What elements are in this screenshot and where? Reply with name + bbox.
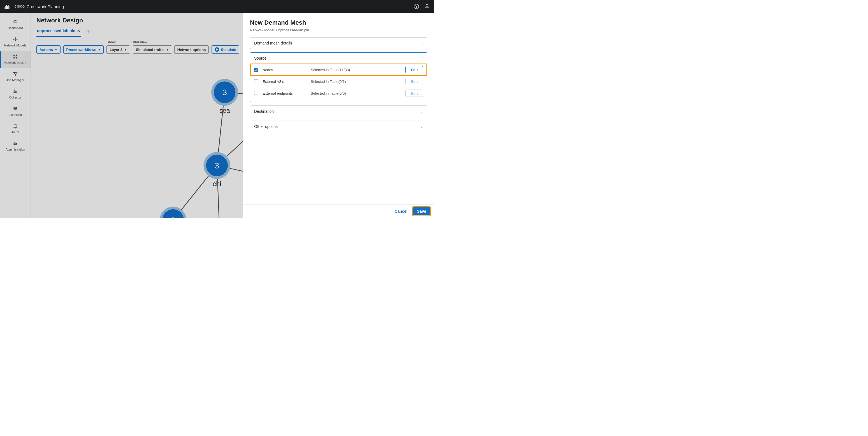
network-design-icon — [12, 54, 18, 59]
source-status: Selected in Table(0/1) — [311, 79, 402, 84]
svg-point-14 — [16, 72, 17, 73]
show-label: Show — [106, 40, 130, 44]
accordion-source[interactable]: Source ⌃ NodesSelected in Table(11/33)Ed… — [250, 52, 427, 102]
source-row-external-as-s: External AS'sSelected in Table(0/1)Edit — [250, 75, 427, 87]
source-edit-button[interactable]: Edit — [405, 66, 423, 73]
play-icon — [215, 47, 219, 52]
sidebar-item-licensing[interactable]: Licensing — [0, 103, 31, 120]
svg-point-10 — [13, 57, 14, 58]
tab-file[interactable]: unprocessed-lab.pln ✕ — [36, 26, 81, 37]
svg-text:3: 3 — [215, 161, 219, 170]
left-sidebar: Dashboard Network Models Network Design … — [0, 13, 31, 218]
layer-dropdown[interactable]: Layer 3▼ — [106, 45, 130, 54]
svg-point-17 — [16, 91, 16, 92]
source-label: External endpoints — [262, 91, 307, 95]
source-label: External AS's — [262, 79, 307, 84]
sidebar-item-collector[interactable]: Collector — [0, 86, 31, 103]
tab-add-button[interactable]: + — [84, 28, 92, 35]
source-checkbox[interactable] — [254, 91, 258, 95]
accordion-label: Other options — [254, 124, 278, 129]
button-label: Simulated traffic — [136, 47, 164, 52]
chevron-down-icon: ▼ — [166, 48, 169, 51]
svg-point-9 — [16, 55, 17, 56]
sidebar-item-administration[interactable]: Administration — [0, 138, 31, 155]
svg-point-5 — [17, 39, 18, 40]
preset-workflows-dropdown[interactable]: Preset workflows▼ — [63, 45, 104, 54]
network-options-button[interactable]: Network options — [174, 45, 209, 54]
svg-point-2 — [426, 4, 428, 6]
tab-label: unprocessed-lab.pln — [37, 29, 75, 33]
chevron-down-icon: ⌄ — [420, 41, 423, 45]
sidebar-label: Dashboard — [8, 26, 23, 30]
button-label: Actions — [39, 47, 53, 52]
accordion-label: Demand mesh details — [254, 41, 292, 45]
svg-point-3 — [15, 39, 16, 39]
source-edit-button: Edit — [405, 78, 423, 85]
panel-title: New Demand Mesh — [250, 19, 427, 26]
svg-point-13 — [13, 72, 14, 73]
chevron-up-icon: ⌃ — [420, 56, 423, 60]
svg-point-23 — [16, 143, 17, 144]
svg-point-20 — [14, 108, 15, 109]
job-manager-icon — [12, 71, 18, 77]
sidebar-item-network-models[interactable]: Network Models — [0, 34, 31, 51]
svg-point-7 — [15, 41, 16, 41]
cisco-logo — [4, 4, 11, 9]
sidebar-item-network-design[interactable]: Network Design — [0, 51, 31, 68]
source-status: Selected in Table(0/0) — [311, 91, 402, 95]
chevron-down-icon: ▼ — [124, 48, 127, 51]
help-icon[interactable] — [413, 3, 420, 9]
sidebar-item-job-manager[interactable]: Job Manager — [0, 68, 31, 86]
accordion-label: Source — [254, 56, 267, 61]
topology-node-sea[interactable]: 3sea — [211, 79, 238, 114]
user-icon[interactable] — [424, 3, 430, 9]
sidebar-label: Licensing — [9, 113, 22, 116]
source-row-nodes: NodesSelected in Table(11/33)Edit — [250, 64, 427, 75]
svg-point-11 — [16, 57, 17, 58]
sidebar-label: Network Design — [4, 61, 26, 64]
svg-point-4 — [13, 39, 14, 40]
accordion-label: Destination — [254, 109, 274, 113]
topology-node-chi[interactable]: 3chi — [204, 152, 230, 187]
button-label: Simulate — [221, 47, 236, 52]
svg-text:chi: chi — [213, 180, 221, 188]
plot-view-label: Plot view — [133, 40, 209, 44]
sidebar-label: Collector — [9, 96, 21, 99]
save-button[interactable]: Save — [413, 207, 430, 215]
source-row-external-endpoints: External endpointsSelected in Table(0/0)… — [250, 87, 427, 99]
accordion-other-options[interactable]: Other options ⌄ — [250, 121, 427, 132]
sidebar-item-alerts[interactable]: Alerts — [0, 120, 31, 138]
sidebar-label: Network Models — [4, 44, 26, 47]
accordion-destination[interactable]: Destination ⌄ — [250, 105, 427, 117]
svg-text:3: 3 — [171, 215, 176, 218]
svg-point-1 — [416, 7, 416, 8]
actions-dropdown[interactable]: Actions▼ — [36, 45, 61, 54]
chevron-down-icon: ⌄ — [420, 125, 423, 129]
app-title: Crosswork Planning — [27, 4, 64, 9]
administration-icon — [12, 140, 18, 146]
collector-icon — [12, 89, 18, 94]
chevron-down-icon: ▼ — [55, 48, 57, 51]
tab-close-icon[interactable]: ✕ — [77, 29, 81, 33]
svg-point-24 — [14, 144, 16, 145]
svg-point-19 — [16, 107, 17, 108]
svg-point-21 — [16, 109, 16, 110]
panel-subtitle: Network Model: unprocessed-lab.pln — [250, 28, 427, 32]
sidebar-item-dashboard[interactable]: Dashboard — [0, 16, 31, 34]
source-checkbox[interactable] — [254, 79, 258, 83]
chevron-down-icon: ▼ — [98, 48, 101, 51]
cisco-wordmark: CISCO — [14, 5, 25, 8]
panel-footer: Cancel Save — [243, 204, 434, 218]
simulated-traffic-dropdown[interactable]: Simulated traffic▼ — [133, 45, 172, 54]
button-label: Layer 3 — [110, 47, 122, 52]
sidebar-label: Administration — [6, 148, 25, 151]
svg-point-18 — [14, 92, 16, 93]
cancel-button[interactable]: Cancel — [392, 207, 410, 215]
simulate-button[interactable]: Simulate — [212, 45, 239, 54]
alerts-icon — [12, 123, 18, 129]
licensing-icon — [12, 106, 18, 111]
source-checkbox[interactable] — [254, 68, 258, 72]
accordion-demand-mesh-details[interactable]: Demand mesh details ⌄ — [250, 37, 427, 49]
svg-point-12 — [15, 56, 16, 57]
dashboard-icon — [12, 19, 18, 25]
